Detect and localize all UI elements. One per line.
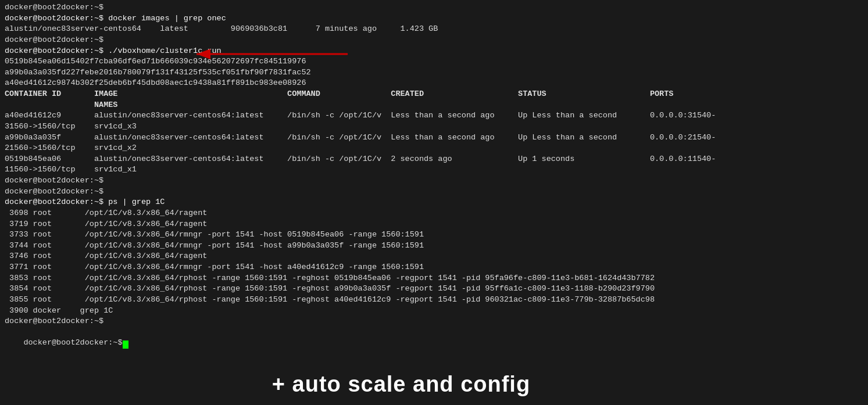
line-21: 3733 root /opt/1C/v8.3/x86_64/rmngr -por… <box>5 230 863 241</box>
banner-text: + auto scale and config <box>272 372 530 396</box>
line-26: 3854 root /opt/1C/v8.3/x86_64/rphost -ra… <box>5 284 863 295</box>
line-17: docker@boot2docker:~$ <box>5 187 863 198</box>
line-12: a99b0a3a035f alustin/onec83server-centos… <box>5 132 863 144</box>
line-9: CONTAINER ID IMAGE COMMAND CREATED STATU… <box>5 89 863 100</box>
line-6: 0519b845ea06d15402f7cba96df6ed71b666039c… <box>5 56 863 67</box>
line-15: 11560->1560/tcp srv1cd_x1 <box>5 164 863 175</box>
line-11: 31560->1560/tcp srv1cd_x3 <box>5 121 863 132</box>
line-4: docker@boot2docker:~$ <box>5 35 863 46</box>
line-9b: NAMES <box>5 100 863 111</box>
line-2: docker@boot2docker:~$ docker images | gr… <box>5 13 863 24</box>
line-1: docker@boot2docker:~$ <box>5 2 863 13</box>
terminal-cursor <box>123 341 128 349</box>
line-3: alustin/onec83server-centos64 latest 906… <box>5 24 863 35</box>
line-16: docker@boot2docker:~$ <box>5 175 863 187</box>
line-29: docker@boot2docker:~$ <box>5 316 863 327</box>
line-8: a40ed41612c9874b302f25deb6bf45dbd08aec1c… <box>5 78 863 89</box>
line-7: a99b0a3a035fd227febe2016b780079f131f4312… <box>5 67 863 78</box>
line-23: 3746 root /opt/1C/v8.3/x86_64/ragent <box>5 251 863 262</box>
line-5: docker@boot2docker:~$ ./vboxhome/cluster… <box>5 46 863 57</box>
line-25: 3853 root /opt/1C/v8.3/x86_64/rphost -ra… <box>5 273 863 284</box>
line-24: 3771 root /opt/1C/v8.3/x86_64/rmngr -por… <box>5 262 863 273</box>
line-14: 0519b845ea06 alustin/onec83server-centos… <box>5 154 863 165</box>
line-22: 3744 root /opt/1C/v8.3/x86_64/rmngr -por… <box>5 241 863 252</box>
line-13: 21560->1560/tcp srv1cd_x2 <box>5 143 863 154</box>
line-10: a40ed41612c9 alustin/onec83server-centos… <box>5 110 863 121</box>
line-27: 3855 root /opt/1C/v8.3/x86_64/rphost -ra… <box>5 295 863 306</box>
line-20: 3719 root /opt/1C/v8.3/x86_64/ragent <box>5 219 863 230</box>
line-19: 3698 root /opt/1C/v8.3/x86_64/ragent <box>5 208 863 219</box>
line-30: docker@boot2docker:~$ <box>5 327 863 360</box>
line-18: docker@boot2docker:~$ ps | grep 1C <box>5 197 863 208</box>
bottom-banner: + auto scale and config <box>180 364 622 405</box>
terminal: docker@boot2docker:~$ docker@boot2docker… <box>0 0 868 405</box>
line-28: 3900 docker grep 1C <box>5 306 863 317</box>
